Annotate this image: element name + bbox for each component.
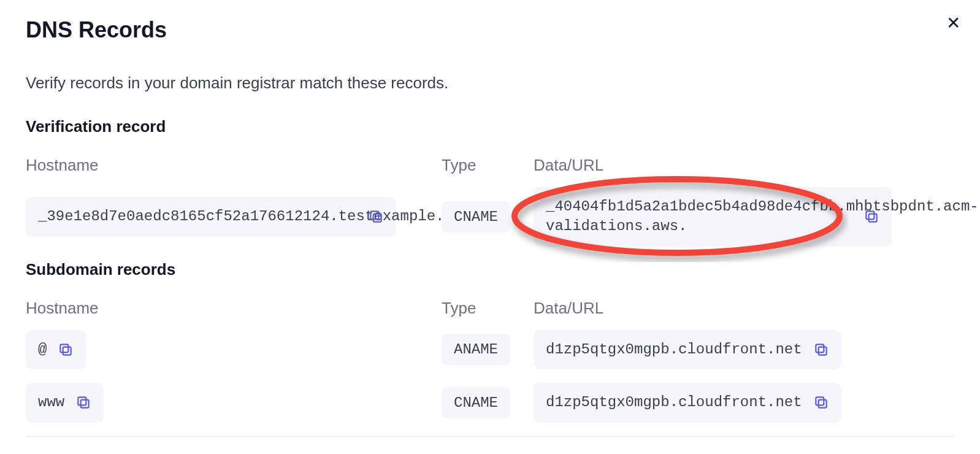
header-type: Type (442, 299, 534, 318)
subdomain-data-text: d1zp5qtgx0mgpb.cloudfront.net (546, 393, 802, 412)
svg-rect-3 (869, 214, 877, 222)
verification-data-value: _40404fb1d5a2a1bdec5b4ad98de4cfbb.mhbtsb… (534, 187, 892, 247)
svg-rect-12 (816, 398, 824, 406)
subdomain-row: @ ANAME d1zp5qtgx0mgpb.cloudfront.net (26, 330, 954, 369)
header-type: Type (442, 156, 534, 175)
section-divider (26, 436, 954, 437)
verification-hostname-value: _39e1e8d7e0aedc8165cf52a176612124.testex… (26, 197, 396, 236)
subdomain-row: www CNAME d1zp5qtgx0mgpb.cloudfront.net (26, 383, 954, 422)
svg-rect-9 (81, 400, 89, 408)
subdomain-headers: Hostname Type Data/URL (26, 299, 954, 318)
header-data: Data/URL (534, 299, 954, 318)
svg-rect-7 (818, 347, 826, 355)
svg-rect-0 (373, 214, 381, 222)
close-icon[interactable]: ✕ (944, 12, 963, 34)
header-data: Data/URL (534, 156, 954, 175)
header-hostname: Hostname (26, 156, 442, 175)
subdomain-type-value: CNAME (442, 387, 510, 418)
svg-rect-5 (63, 347, 71, 355)
instruction-text: Verify records in your domain registrar … (26, 74, 954, 93)
copy-icon[interactable] (368, 209, 384, 225)
copy-icon[interactable] (813, 342, 829, 358)
subdomain-section-title: Subdomain records (26, 260, 954, 279)
verification-section-title: Verification record (26, 117, 954, 136)
svg-rect-8 (816, 344, 824, 352)
verification-type-value: CNAME (442, 201, 510, 233)
svg-rect-4 (866, 212, 874, 220)
copy-icon[interactable] (58, 342, 74, 358)
subdomain-hostname-text: www (38, 393, 64, 412)
svg-rect-6 (61, 344, 69, 352)
copy-icon[interactable] (75, 394, 91, 410)
subdomain-data-value: d1zp5qtgx0mgpb.cloudfront.net (534, 383, 841, 422)
svg-rect-11 (818, 400, 826, 408)
copy-icon[interactable] (863, 209, 879, 225)
page-title: DNS Records (26, 17, 954, 43)
verification-data-text: _40404fb1d5a2a1bdec5b4ad98de4cfbb.mhbtsb… (546, 197, 852, 237)
svg-rect-1 (370, 212, 378, 220)
subdomain-hostname-value: @ (26, 330, 86, 369)
verification-headers: Hostname Type Data/URL (26, 156, 954, 175)
subdomain-hostname-value: www (26, 383, 104, 422)
verification-row: _39e1e8d7e0aedc8165cf52a176612124.testex… (26, 187, 954, 247)
subdomain-data-text: d1zp5qtgx0mgpb.cloudfront.net (546, 340, 802, 360)
svg-rect-10 (78, 398, 86, 406)
header-hostname: Hostname (26, 299, 442, 318)
subdomain-data-value: d1zp5qtgx0mgpb.cloudfront.net (534, 330, 841, 369)
verification-hostname-text: _39e1e8d7e0aedc8165cf52a176612124.testex… (38, 207, 357, 226)
copy-icon[interactable] (813, 394, 829, 410)
subdomain-hostname-text: @ (38, 340, 47, 360)
subdomain-type-value: ANAME (442, 334, 510, 365)
